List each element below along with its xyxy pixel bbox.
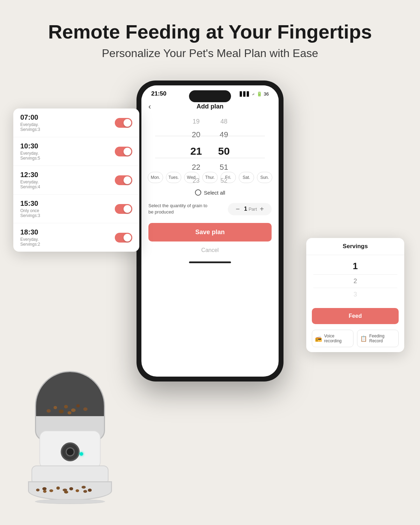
save-plan-button[interactable]: Save plan	[148, 223, 272, 241]
voice-icon: 📻	[315, 335, 322, 342]
serving-option-1[interactable]: 1	[306, 258, 404, 274]
pet-feeder	[21, 364, 119, 504]
home-bar	[189, 261, 231, 263]
header: Remote Feeding at Your Fingertips Person…	[0, 0, 420, 70]
feeder-body	[40, 430, 101, 469]
feeder-led	[80, 452, 83, 456]
quantity-label: Select the quantity of grain to be produ…	[148, 203, 211, 215]
separator-top	[155, 136, 265, 136]
hour-23[interactable]: 23	[190, 175, 202, 187]
battery-level: 36	[264, 91, 269, 97]
day-thur[interactable]: Thur.	[202, 172, 218, 183]
day-sat[interactable]: Sat.	[239, 172, 254, 183]
phone-body: 21:50 ▋▋▋ ⌿ 🔋 36 ‹ Add plan 19 20	[136, 80, 284, 382]
page-subtitle: Personalize Your Pet's Meal Plan with Ea…	[7, 47, 413, 60]
phone-frame: 21:50 ▋▋▋ ⌿ 🔋 36 ‹ Add plan 19 20	[136, 80, 284, 382]
quantity-unit: Part	[248, 206, 257, 212]
quantity-value: 1	[244, 206, 247, 212]
schedule-detail-3: Only onceServings:3	[20, 208, 40, 218]
schedule-item-3[interactable]: 15:30 Only onceServings:3	[13, 195, 139, 223]
toggle-2[interactable]	[115, 175, 132, 185]
cancel-button[interactable]: Cancel	[141, 244, 279, 257]
schedule-card: 07:00 Everyday.Servings:3 10:30 Everyday…	[13, 108, 139, 252]
hour-20[interactable]: 20	[189, 128, 203, 142]
quantity-plus[interactable]: +	[257, 205, 267, 213]
feeding-record-button[interactable]: 📋 Feeding Record	[357, 330, 399, 347]
battery-icon: 🔋	[257, 91, 262, 97]
minute-49[interactable]: 49	[217, 128, 231, 142]
schedule-detail-1: Everyday.Servings:5	[20, 151, 40, 161]
serving-option-2[interactable]: 2	[306, 275, 404, 288]
day-mon[interactable]: Mon.	[148, 172, 163, 183]
page-title: Remote Feeding at Your Fingertips	[7, 21, 413, 43]
schedule-item-2[interactable]: 12:30 Everyday.Servings:4	[13, 166, 139, 195]
signal-icon: ▋▋▋	[240, 91, 250, 97]
day-sun[interactable]: Sun.	[257, 172, 272, 183]
schedule-time-1: 10:30	[20, 142, 40, 150]
hour-22[interactable]: 22	[189, 161, 203, 174]
servings-title: Servings	[306, 238, 404, 255]
time-picker[interactable]: 19 20 21 22 23 48 49 50 51 52	[141, 112, 279, 168]
feeder-bowl	[28, 481, 112, 500]
schedule-info-3: 15:30 Only onceServings:3	[20, 200, 40, 218]
feeding-record-label: Feeding Record	[369, 334, 396, 343]
dynamic-island	[189, 90, 231, 102]
day-tues[interactable]: Tues.	[166, 172, 181, 183]
minute-50[interactable]: 50	[215, 142, 232, 160]
schedule-info-2: 12:30 Everyday.Servings:4	[20, 171, 40, 189]
servings-popup: Servings 1 2 3 Feed 📻 Voice recording 📋 …	[306, 238, 404, 352]
status-icons: ▋▋▋ ⌿ 🔋 36	[240, 91, 269, 97]
record-icon: 📋	[360, 335, 367, 342]
schedule-time-0: 07:00	[20, 113, 40, 121]
quantity-control[interactable]: − 1 Part +	[228, 203, 272, 215]
status-time: 21:50	[151, 90, 166, 97]
wifi-icon: ⌿	[252, 91, 255, 97]
hour-21[interactable]: 21	[188, 142, 205, 160]
toggle-0[interactable]	[115, 118, 132, 128]
hour-column[interactable]: 19 20 21 22 23	[188, 116, 205, 167]
toggle-1[interactable]	[115, 147, 132, 156]
separator-bottom	[155, 158, 265, 158]
schedule-item-1[interactable]: 10:30 Everyday.Servings:5	[13, 137, 139, 166]
home-indicator	[141, 257, 279, 267]
voice-recording-button[interactable]: 📻 Voice recording	[312, 330, 354, 347]
minute-52[interactable]: 52	[218, 175, 230, 187]
minute-48[interactable]: 48	[218, 116, 230, 127]
schedule-detail-2: Everyday.Servings:4	[20, 180, 40, 189]
quantity-minus[interactable]: −	[233, 205, 243, 213]
toggle-4[interactable]	[115, 233, 132, 243]
schedule-item-0[interactable]: 07:00 Everyday.Servings:3	[13, 108, 139, 137]
feeder-stand	[35, 499, 105, 504]
select-all-radio[interactable]	[195, 189, 201, 196]
action-row: 📻 Voice recording 📋 Feeding Record	[306, 327, 404, 352]
schedule-info-0: 07:00 Everyday.Servings:3	[20, 113, 40, 132]
quantity-row: Select the quantity of grain to be produ…	[141, 198, 279, 219]
back-button[interactable]: ‹	[148, 102, 151, 111]
schedule-detail-4: Everyday.Servings:2	[20, 237, 40, 247]
schedule-item-4[interactable]: 18:30 Everyday.Servings:2	[13, 223, 139, 252]
feeder-camera	[61, 442, 79, 461]
schedule-time-3: 15:30	[20, 200, 40, 208]
schedule-detail-0: Everyday.Servings:3	[20, 122, 40, 132]
feed-button[interactable]: Feed	[312, 308, 399, 324]
servings-list[interactable]: 1 2 3	[306, 255, 404, 304]
phone-screen: 21:50 ▋▋▋ ⌿ 🔋 36 ‹ Add plan 19 20	[141, 85, 279, 377]
select-all-row[interactable]: Select all	[141, 187, 279, 198]
schedule-info-4: 18:30 Everyday.Servings:2	[20, 228, 40, 247]
toggle-3[interactable]	[115, 204, 132, 214]
voice-recording-label: Voice recording	[324, 334, 350, 343]
minute-51[interactable]: 51	[217, 161, 231, 174]
minute-column[interactable]: 48 49 50 51 52	[215, 116, 232, 167]
schedule-info-1: 10:30 Everyday.Servings:5	[20, 142, 40, 161]
select-all-label: Select all	[204, 190, 225, 196]
schedule-time-4: 18:30	[20, 228, 40, 236]
hour-19[interactable]: 19	[190, 116, 202, 127]
screen-title: Add plan	[197, 103, 224, 110]
feeder-hopper-dark	[36, 372, 104, 416]
serving-option-3[interactable]: 3	[306, 288, 404, 301]
day-selector[interactable]: Mon. Tues. Wed. Thur. Fri. Sat. Sun.	[141, 168, 279, 187]
schedule-time-2: 12:30	[20, 171, 40, 179]
